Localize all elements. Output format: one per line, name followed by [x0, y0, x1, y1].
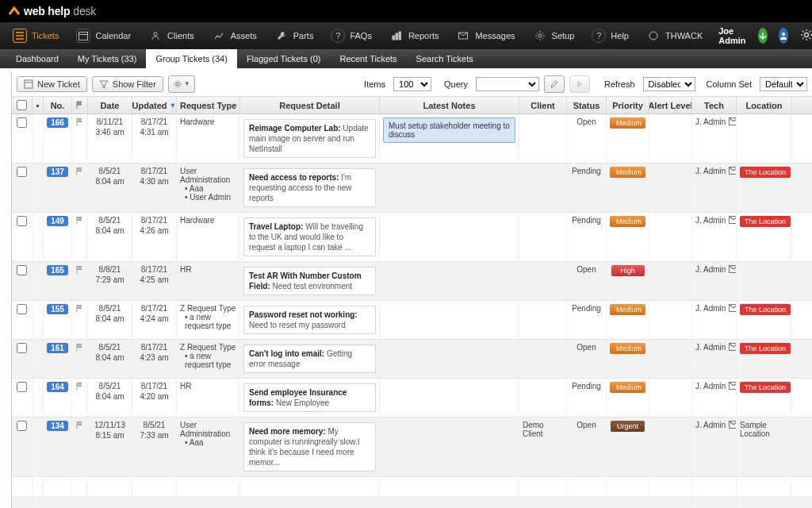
ticket-number[interactable]: 165 — [47, 265, 68, 275]
nav-assets[interactable]: Assets — [205, 22, 263, 49]
row-checkbox[interactable] — [17, 167, 27, 177]
col-updated[interactable]: Updated▼ — [132, 97, 177, 114]
detail-card[interactable]: Travel Laptop: Will be travelling to the… — [243, 217, 376, 256]
ticket-number[interactable]: 164 — [47, 382, 68, 392]
ticket-row[interactable]: 1558/5/218:04 am8/17/214:24 amZ Request … — [12, 301, 812, 340]
settings-icon[interactable] — [799, 28, 812, 44]
ticket-row[interactable]: 1378/5/218:04 am8/17/214:30 amUser Admin… — [12, 164, 812, 213]
ticket-row[interactable]: 1618/5/218:04 am8/17/214:23 amZ Request … — [12, 340, 812, 379]
ticket-number[interactable]: 155 — [47, 304, 68, 314]
nav-help[interactable]: ? Help — [585, 22, 635, 49]
columnset-select[interactable]: Default — [760, 77, 807, 91]
nav-tickets[interactable]: Tickets — [6, 22, 65, 49]
col-tech[interactable]: Tech — [692, 97, 737, 114]
detail-card[interactable]: Need access to reports: I'm requesting a… — [243, 168, 376, 207]
subnav-tab[interactable]: Recent Tickets — [330, 49, 406, 68]
row-checkbox[interactable] — [17, 216, 27, 226]
row-checkbox[interactable] — [17, 343, 27, 353]
row-checkbox[interactable] — [17, 382, 27, 392]
nav-reports[interactable]: Reports — [383, 22, 446, 49]
row-select[interactable] — [12, 418, 33, 476]
subnav-tab[interactable]: Search Tickets — [407, 49, 483, 68]
row-checkbox[interactable] — [17, 265, 27, 275]
nav-messages[interactable]: Messages — [450, 22, 521, 49]
detail-card[interactable]: Send employee Insurance forms: New Emplo… — [243, 383, 376, 412]
col-status[interactable]: Status — [567, 97, 607, 114]
flag-cell[interactable] — [72, 301, 88, 339]
row-checkbox[interactable] — [17, 421, 27, 431]
col-select-all[interactable] — [12, 97, 33, 114]
select-all-checkbox[interactable] — [17, 100, 27, 110]
ticket-number[interactable]: 137 — [47, 167, 68, 177]
flag-cell[interactable] — [72, 213, 88, 261]
row-select[interactable] — [12, 262, 33, 300]
row-select[interactable] — [12, 301, 33, 339]
nav-setup[interactable]: Setup — [527, 22, 581, 49]
flag-cell[interactable] — [72, 418, 88, 476]
col-marker[interactable]: • — [33, 97, 44, 114]
col-request-type[interactable]: Request Type — [177, 97, 240, 114]
nav-parts[interactable]: Parts — [268, 22, 320, 49]
mail-icon[interactable] — [729, 421, 737, 430]
user-avatar-icon[interactable] — [779, 28, 788, 44]
ticket-row[interactable]: 1668/11/213:46 am8/17/214:31 amHardwareR… — [12, 114, 812, 164]
ticket-number[interactable]: 166 — [47, 117, 68, 128]
row-select[interactable] — [12, 114, 33, 163]
ticket-number[interactable]: 149 — [47, 216, 68, 226]
nav-thwack[interactable]: THWACK — [640, 22, 709, 49]
detail-card[interactable]: Can't log into email: Getting error mess… — [243, 344, 376, 373]
detail-card[interactable]: Need more memory: My computer is running… — [243, 422, 376, 471]
row-checkbox[interactable] — [17, 117, 27, 128]
mail-icon[interactable] — [729, 304, 737, 314]
row-select[interactable] — [12, 379, 33, 417]
show-filter-button[interactable]: Show Filter — [92, 76, 163, 92]
nav-calendar[interactable]: Calendar — [70, 22, 137, 49]
nav-clients[interactable]: Clients — [142, 22, 201, 49]
subnav-tab[interactable]: Group Tickets (34) — [146, 49, 236, 68]
col-date[interactable]: Date — [88, 97, 132, 114]
mail-icon[interactable] — [729, 117, 737, 127]
detail-card[interactable]: Test AR With Number Custom Field: Need t… — [243, 267, 376, 295]
col-client[interactable]: Client — [519, 97, 567, 114]
flag-cell[interactable] — [72, 340, 88, 378]
col-latest-notes[interactable]: Latest Notes — [380, 97, 519, 114]
mail-icon[interactable] — [729, 216, 737, 225]
nav-faqs[interactable]: ? FAQs — [324, 22, 378, 49]
mail-icon[interactable] — [729, 343, 737, 352]
edit-query-button[interactable] — [544, 75, 565, 93]
mail-icon[interactable] — [729, 382, 737, 391]
flag-cell[interactable] — [72, 379, 88, 417]
ticket-row[interactable]: 1658/8/217:29 am8/17/214:25 amHRTest AR … — [12, 262, 812, 301]
detail-card[interactable]: Reimage Computer Lab: Update main image … — [243, 119, 376, 158]
subnav-tab[interactable]: Flagged Tickets (0) — [237, 49, 331, 68]
flag-cell[interactable] — [72, 262, 88, 300]
flag-cell[interactable] — [72, 164, 88, 212]
col-no[interactable]: No. — [44, 97, 72, 114]
col-alert[interactable]: Alert Level — [649, 97, 692, 114]
col-flag[interactable] — [72, 97, 88, 114]
query-select[interactable] — [476, 77, 539, 91]
new-ticket-button[interactable]: New Ticket — [17, 76, 87, 92]
flag-cell[interactable] — [72, 114, 88, 163]
col-request-detail[interactable]: Request Detail — [240, 97, 380, 114]
ticket-number[interactable]: 161 — [47, 343, 68, 353]
col-priority[interactable]: Priority — [607, 97, 649, 114]
ticket-number[interactable]: 134 — [47, 421, 68, 431]
row-select[interactable] — [12, 213, 33, 261]
subnav-tab[interactable]: My Tickets (33) — [68, 49, 147, 68]
mail-icon[interactable] — [729, 265, 737, 275]
status-online-icon[interactable] — [758, 28, 768, 44]
items-per-page-select[interactable]: 100 — [393, 77, 431, 91]
row-checkbox[interactable] — [17, 304, 27, 314]
row-select[interactable] — [12, 164, 33, 212]
col-location[interactable]: Location — [737, 97, 792, 114]
row-select[interactable] — [12, 340, 33, 378]
subnav-tab[interactable]: Dashboard — [6, 49, 68, 68]
ticket-row[interactable]: 13412/11/138:15 am8/5/217:33 amUser Admi… — [12, 418, 812, 477]
mail-icon[interactable] — [729, 167, 737, 176]
actions-menu-button[interactable]: ▼ — [168, 75, 195, 93]
detail-card[interactable]: Password reset not working: Need to rese… — [243, 306, 376, 334]
ticket-row[interactable]: 1498/5/218:04 am8/17/214:26 amHardwareTr… — [12, 213, 812, 262]
ticket-row[interactable]: 1648/5/218:04 am8/17/214:20 amHRSend emp… — [12, 379, 812, 418]
refresh-select[interactable]: Disabled — [643, 77, 695, 91]
